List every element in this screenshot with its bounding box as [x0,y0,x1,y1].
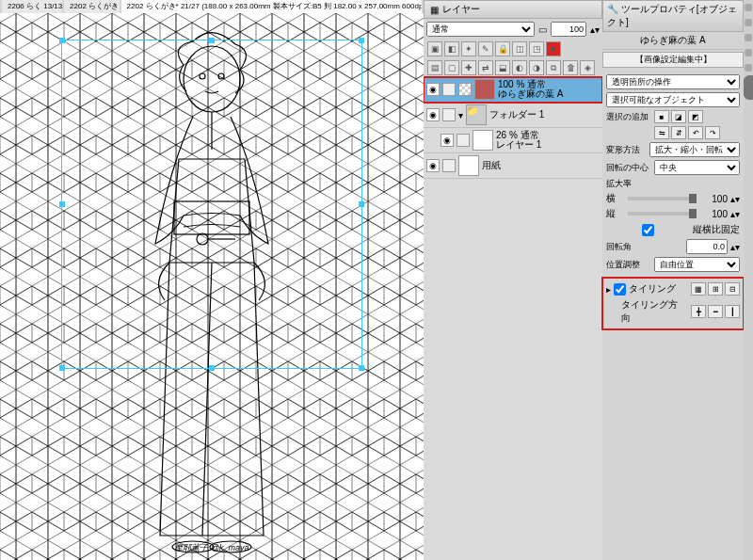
transform-label: 変形方法 [606,144,647,156]
canvas-area: 2206 らく 13/13 2202 らくがき 2202 らくがき* 21/27… [0,0,424,560]
doc-tab[interactable]: 2206 らく 13/13 [2,0,62,13]
chk-icon[interactable] [457,134,470,147]
canvas-viewport[interactable]: 摩耶薫子 @k_maya [0,13,424,560]
pos-select[interactable]: 自由位置 [654,257,740,272]
caret-icon[interactable]: ▾ [458,110,463,120]
tile-dir-both-icon[interactable]: ╋ [691,305,706,318]
rot-angle-input[interactable] [686,239,728,254]
dock-icon[interactable] [745,49,752,56]
dock-icon[interactable] [745,4,752,11]
layer-name: 用紙 [482,161,501,170]
add-sel-label: 選択の追加 [606,111,651,123]
layer-name: フォルダー 1 [489,110,544,120]
color-icon[interactable]: ■ [546,41,561,56]
scale-v-value: 100 [699,209,728,219]
opacity-icon: ▭ [538,24,547,35]
sel-new-icon[interactable]: ■ [654,110,669,123]
scale-h-label: 横 [606,192,625,205]
tile-mode-3-icon[interactable]: ⊟ [725,282,740,296]
rot-l-icon[interactable]: ↶ [688,126,703,139]
eye-icon[interactable]: ◉ [426,159,440,172]
new-folder-icon[interactable]: ▢ [444,60,459,75]
palette-icon: ▦ [430,5,439,15]
selectable-obj-select[interactable]: 選択可能なオブジェクト [606,92,740,107]
lock-ratio-checkbox[interactable] [606,224,690,236]
sel-sub-icon[interactable]: ◩ [688,110,703,123]
step-icon[interactable]: ▴▾ [590,24,600,35]
merge-icon[interactable]: ⬓ [495,60,510,75]
tiling-checkbox[interactable] [614,283,626,296]
editing-banner: 【画像設定編集中】 [602,52,744,68]
lock-alpha-icon[interactable]: ▣ [427,41,442,56]
transfer-icon[interactable]: ⇄ [478,60,493,75]
lock-icon[interactable]: 🔒 [495,41,510,56]
rot-r-icon[interactable]: ↷ [705,126,720,139]
lock-ratio-label: 縦横比固定 [693,223,740,236]
tile-mode-1-icon[interactable]: ▦ [691,282,706,296]
rot-center-select[interactable]: 中央 [654,160,740,175]
asanoha-pattern [0,13,424,560]
layer-panel-title: ▦ レイヤー [424,0,602,19]
chk-icon[interactable] [442,108,456,121]
chk-icon[interactable] [442,83,456,96]
scale-title: 拡大率 [606,178,740,190]
layer-name: ゆらぎ麻の葉 A [498,89,563,99]
layer-row-selected[interactable]: ◉ 100 % 通常 ゆらぎ麻の葉 A [424,77,602,103]
transform-select[interactable]: 拡大・縮小・回転 [649,142,740,157]
new-layer-icon[interactable]: ▤ [427,60,442,75]
new-fx-icon[interactable]: ✚ [461,60,476,75]
sel-from-icon[interactable]: ◈ [580,60,595,75]
layer-thumb [474,79,495,100]
caret-icon[interactable]: ▸ [606,284,611,295]
opacity-input[interactable] [551,22,586,37]
del-icon[interactable]: 🗑 [563,60,578,75]
tiling-label: タイリング [629,282,676,296]
layer-row[interactable]: ◉ 用紙 [424,153,602,179]
dock-icon[interactable] [745,19,752,26]
expand-knob[interactable] [744,75,753,100]
layer-sub: ゆらぎ麻の葉 A [602,32,744,50]
dock-icon[interactable] [745,34,752,41]
doc-tab-active[interactable]: 2202 らくがき* 21/27 (188.00 x 263.00mm 製本サイ… [121,0,422,13]
folder-thumb: 📁 [466,104,487,125]
chk-icon[interactable] [442,159,456,172]
mask-icon[interactable]: ◐ [512,60,527,75]
border-icon[interactable]: ◳ [529,41,544,56]
doc-tab[interactable]: 2202 らくがき [64,0,119,13]
tool-prop-title: 🔧 ツールプロパティ[オブジェクト] [602,0,744,32]
ref-icon[interactable]: ✦ [461,41,476,56]
tile-mode-2-icon[interactable]: ⊞ [708,282,723,296]
document-tabs: 2206 らく 13/13 2202 らくがき 2202 らくがき* 21/27… [0,0,424,13]
flip-h-icon[interactable]: ⇋ [654,126,669,139]
dup-icon[interactable]: ⧉ [546,60,561,75]
blend-mode-select[interactable]: 通常 [426,22,535,37]
scale-h-slider[interactable] [628,197,697,200]
eye-icon[interactable]: ◉ [426,83,440,96]
layer-row[interactable]: ◉ 26 % 通常 レイヤー 1 [424,128,602,153]
ruler-icon[interactable]: ◫ [512,41,527,56]
draft-icon[interactable]: ✎ [478,41,493,56]
tool-property-panel: 🔧 ツールプロパティ[オブジェクト] ゆらぎ麻の葉 A 【画像設定編集中】 透明… [602,0,744,560]
clip-icon[interactable]: ◧ [444,41,459,56]
scale-v-slider[interactable] [628,212,697,216]
layer-row[interactable]: ◉ ▾ 📁 フォルダー 1 [424,103,602,128]
tile-dir-h-icon[interactable]: ━ [708,305,723,318]
rot-angle-label: 回転角 [606,241,651,253]
layer-name: レイヤー 1 [496,140,541,150]
layer-panel: ▦ レイヤー 通常 ▭ ▴▾ ▣ ◧ ✦ ✎ 🔒 ◫ ◳ ■ ▤ ▢ ✚ ⇄ ⬓… [424,0,602,560]
tile-dir-v-icon[interactable]: ┃ [725,305,740,318]
eye-icon[interactable]: ◉ [441,134,454,147]
dock-icon[interactable] [745,64,752,72]
layer-panel-label: レイヤー [442,3,480,16]
transparent-op-select[interactable]: 透明箇所の操作 [606,74,740,89]
layer-list: ◉ 100 % 通常 ゆらぎ麻の葉 A ◉ ▾ 📁 フォルダー 1 ◉ 26 %… [424,77,602,560]
flip-v-icon[interactable]: ⇵ [671,126,686,139]
signature: 摩耶薫子 @k_maya [174,542,248,554]
eye-icon[interactable]: ◉ [426,108,440,121]
scale-v-label: 縦 [606,207,625,220]
rot-center-label: 回転の中心 [606,162,651,174]
layer-thumb [473,130,493,151]
chk-icon[interactable] [458,83,472,96]
apply-mask-icon[interactable]: ◑ [529,60,544,75]
sel-add-icon[interactable]: ◪ [671,110,686,123]
